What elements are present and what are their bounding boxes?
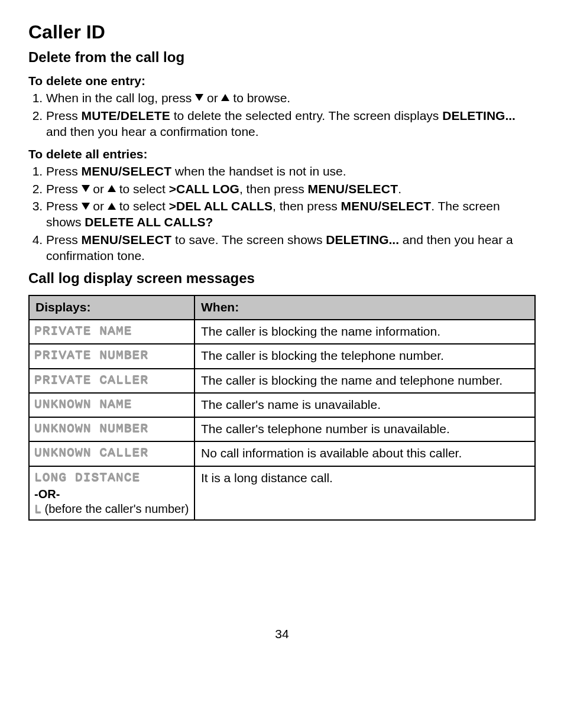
text: When in the call log, press [46, 91, 195, 105]
lcd-display-text: UNKNOWN CALLER [34, 446, 148, 460]
when-text: The caller is blocking the name informat… [195, 320, 535, 344]
down-arrow-icon [195, 94, 203, 101]
text: and then you hear a confirmation tone. [46, 125, 259, 138]
lcd-glyph: L [34, 503, 41, 516]
text: to delete the selected entry. The screen… [170, 109, 442, 122]
delete-one-steps: When in the call log, press or to browse… [28, 90, 536, 140]
delete-all-step-4: Press MENU/SELECT to save. The screen sh… [46, 232, 536, 264]
text: , then press [239, 182, 308, 196]
table-row: PRIVATE NUMBER The caller is blocking th… [29, 344, 535, 368]
text: or [203, 91, 221, 105]
text: to browse. [229, 91, 290, 105]
text: (before the caller's number) [41, 502, 189, 515]
display-messages-table: Displays: When: PRIVATE NAME The caller … [28, 295, 536, 521]
text: when the handset is not in use. [171, 164, 346, 178]
when-text: It is a long distance call. [195, 466, 535, 520]
down-arrow-icon [82, 203, 90, 210]
screen-text: DELETING... [442, 109, 516, 122]
text: Press [46, 109, 82, 122]
menu-path: >CALL LOG [169, 182, 239, 196]
when-text: The caller is blocking the name and tele… [195, 369, 535, 393]
lcd-display-text: PRIVATE NAME [34, 324, 132, 338]
text: or [90, 199, 108, 213]
delete-one-step-2: Press MUTE/DELETE to delete the selected… [46, 108, 536, 140]
section-delete-heading: Delete from the call log [28, 49, 536, 66]
lcd-display-text: PRIVATE CALLER [34, 373, 148, 387]
col-when: When: [195, 295, 535, 320]
text: Press [46, 164, 82, 178]
screen-text: DELETING... [326, 233, 399, 246]
menu-path: >DEL ALL CALLS [169, 199, 273, 213]
table-row: UNKNOWN CALLER No call information is av… [29, 441, 535, 466]
key-label: MENU/SELECT [82, 164, 172, 178]
text: to select [116, 182, 169, 196]
key-label: MENU/SELECT [308, 182, 398, 196]
lcd-display-text: LONG DISTANCE [34, 471, 140, 485]
delete-one-step-1: When in the call log, press or to browse… [46, 90, 536, 106]
delete-all-step-3: Press or to select >DEL ALL CALLS, then … [46, 199, 536, 230]
when-text: The caller is blocking the telephone num… [195, 344, 535, 368]
delete-all-step-2: Press or to select >CALL LOG, then press… [46, 181, 536, 197]
screen-text: DELETE ALL CALLS? [85, 215, 213, 229]
delete-all-heading: To delete all entries: [28, 147, 536, 161]
text: Press [46, 182, 82, 196]
table-row: LONG DISTANCE -OR- L (before the caller'… [29, 466, 535, 520]
lcd-display-text: PRIVATE NUMBER [34, 349, 148, 362]
text: or [90, 182, 108, 196]
text: to save. The screen shows [171, 233, 326, 246]
text: to select [116, 199, 169, 213]
delete-all-step-1: Press MENU/SELECT when the handset is no… [46, 164, 536, 180]
key-label: MUTE/DELETE [82, 109, 170, 122]
up-arrow-icon [108, 185, 116, 192]
col-displays: Displays: [29, 295, 195, 320]
up-arrow-icon [221, 94, 229, 101]
down-arrow-icon [82, 185, 90, 192]
section-messages-heading: Call log display screen messages [28, 270, 536, 287]
or-label: -OR- [34, 488, 60, 500]
text: Press [46, 233, 82, 246]
delete-all-steps: Press MENU/SELECT when the handset is no… [28, 164, 536, 264]
when-text: The caller's telephone number is unavail… [195, 417, 535, 441]
delete-one-heading: To delete one entry: [28, 74, 536, 88]
table-row: UNKNOWN NUMBER The caller's telephone nu… [29, 417, 535, 441]
lcd-display-text: UNKNOWN NAME [34, 398, 132, 411]
text: Press [46, 199, 82, 213]
page-title: Caller ID [28, 21, 536, 43]
when-text: The caller's name is unavailable. [195, 393, 535, 417]
when-text: No call information is available about t… [195, 441, 535, 466]
key-label: MENU/SELECT [82, 233, 172, 246]
lcd-display-text: UNKNOWN NUMBER [34, 422, 148, 436]
text: , then press [273, 199, 341, 213]
text: . [398, 182, 401, 196]
key-label: MENU/SELECT [341, 199, 432, 213]
page-number: 34 [28, 627, 536, 641]
table-row: PRIVATE CALLER The caller is blocking th… [29, 369, 535, 393]
table-header-row: Displays: When: [29, 295, 535, 320]
up-arrow-icon [108, 203, 116, 210]
table-row: UNKNOWN NAME The caller's name is unavai… [29, 393, 535, 417]
table-row: PRIVATE NAME The caller is blocking the … [29, 320, 535, 344]
